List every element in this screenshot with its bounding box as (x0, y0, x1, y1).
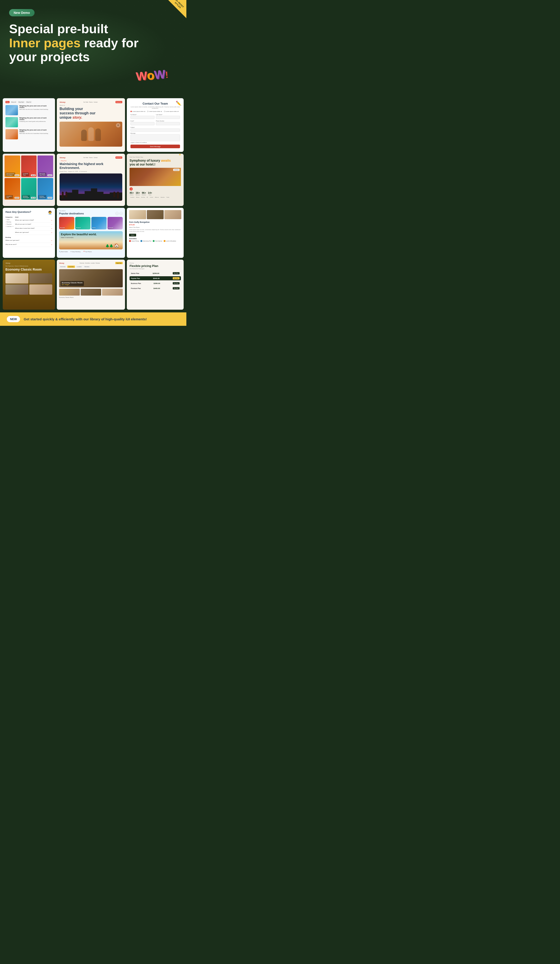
room-detail-price: $74.00 (129, 224, 181, 226)
dest-poland[interactable]: Poland (75, 217, 90, 230)
luxury-hotel-image: ★★★★★ (130, 168, 181, 186)
blog-thumb-1 (5, 105, 18, 115)
contact-sticker: ✏️ (176, 101, 181, 106)
dest-title: Popular destinations (59, 212, 84, 215)
card-faq[interactable]: Have Any Questions? 🧑‍💼 Categories Hotel… (3, 208, 55, 258)
pricing-subtitle: Pricing (130, 262, 181, 264)
grid-row-1: Blog Blog Left Blog Right Blog Full Weig… (3, 98, 184, 152)
economy-subtitle: Our Spacious, Clean & Refreshments (5, 265, 52, 267)
dest-nevada[interactable]: Nevada (59, 217, 74, 230)
luxury-stats: 45+Rooms 16+Services 96+Reviews 14+Years (130, 191, 181, 195)
card-destinations[interactable]: Top places Popular destinations ‹ › Neva… (57, 208, 125, 258)
select-room-btn[interactable]: Select (129, 234, 136, 236)
card-economy-room[interactable]: Vinney Our Spacious, Clean & Refreshment… (3, 260, 55, 309)
blog-post-title: Maintaining the highest work Environment… (60, 162, 122, 170)
pkg-holiday[interactable]: HolidayPackages Get off (21, 178, 37, 200)
starter-btn[interactable]: Buy Now (173, 272, 179, 274)
about-people-image: H (60, 122, 122, 147)
contact-submit-btn[interactable]: Send Message (130, 145, 180, 148)
grid-row-2: HoneymoonPackages Get off CocktailTour G… (3, 154, 184, 206)
blog-date: August 14, 2023 (68, 171, 78, 172)
pkg-cocktail[interactable]: CocktailTour Get off (21, 156, 37, 177)
plan-business: Business Plan $399.00 Buy Now (130, 281, 181, 285)
pricing-sub2: Our Awesome Packages (130, 268, 181, 269)
dest-prev-btn[interactable]: ‹ (116, 212, 119, 215)
plan-starter: Starter Plan $299.00 Buy Now (130, 271, 181, 275)
about-brand: Vinney (60, 101, 65, 103)
blog-post-2: Weighing the pros and cons of each choic… (5, 117, 52, 127)
pricing-plans: Starter Plan $299.00 Buy Now Popular Pla… (130, 271, 181, 290)
card-blog-post[interactable]: Vinney Our HotelRoomsContact Book Now — … (57, 154, 125, 206)
footer-banner: NEW Get started quickly & efficiently wi… (0, 313, 186, 326)
blog-comments: 0 Comments (79, 171, 87, 172)
pkg-honeymoon[interactable]: HoneymoonPackages Get off (5, 156, 20, 177)
hero-section: 20+ READY STYLES New Demo Special pre-bu… (0, 0, 186, 96)
room-page-book-btn[interactable]: Book Now (115, 262, 123, 264)
packages-grid: HoneymoonPackages Get off CocktailTour G… (5, 156, 53, 200)
dest-paris[interactable]: Paris (91, 217, 107, 230)
popular-btn[interactable]: Buy Now (173, 277, 179, 279)
pkg-couple[interactable]: Couple'sTrip Get off (5, 178, 20, 200)
pricing-title: Flexible pricing Plan (130, 264, 181, 268)
blog-post-image (60, 173, 122, 201)
economy-room-images (5, 273, 52, 295)
blog-post-1: Weighing the pros and cons of each choic… (5, 105, 52, 115)
blog-list-header: Blog Blog Left Blog Right Blog Full (5, 101, 52, 103)
hero-title-line3: your projects (9, 50, 90, 64)
footer-text: Get started quickly & efficiently with o… (24, 317, 147, 321)
room-amenities: Amenities Airport Pickup Swimming Pool F… (129, 238, 181, 242)
blog-thumb-2 (5, 117, 18, 127)
blog-post-3: Weighing the pros and cons of each choic… (5, 129, 52, 139)
blog-thumb-3 (5, 129, 18, 139)
economy-logo: Vinney (5, 262, 52, 264)
card-about[interactable]: Vinney Our HotelRoomsContact Book Now Ab… (57, 98, 125, 152)
luxury-tags: Furnished Balcony Sea View AC Comfort Ba… (130, 197, 181, 198)
grid-row-4: Vinney Our Spacious, Clean & Refreshment… (3, 260, 184, 309)
room-detail-name: Fern Gully Bungalow (129, 221, 181, 223)
business-btn[interactable]: Buy Now (173, 282, 179, 285)
room-photo-grid (129, 210, 181, 219)
contact-subtitle: Lorem ipsum dolor sit amet, consectetur … (130, 106, 180, 109)
about-italic: story. (73, 116, 82, 119)
explore-section: Explore the beautiful world. Make it mem… (59, 231, 123, 249)
screenshots-grid: Blog Blog Left Blog Right Blog Full Weig… (0, 96, 186, 313)
hero-title: Special pre-built Inner pages ready for … (9, 22, 164, 64)
wow-badge: WoW! (135, 67, 169, 83)
card-room-detail[interactable]: Fern Gully Bungalow $74.00 About This Ro… (127, 208, 184, 258)
plan-popular: Popular Plan $349.00 Buy Now (130, 276, 181, 280)
luxury-subtitle: Find Your Perfect Stay (130, 156, 181, 158)
luxury-title: Symphony of luxury awaitsyou at our hote… (130, 159, 181, 166)
card-luxury-hotel[interactable]: Find Your Perfect Stay Symphony of luxur… (127, 154, 184, 206)
card-contact[interactable]: ✏️ Contact Our Team Lorem ipsum dolor si… (127, 98, 184, 152)
card-room-page[interactable]: Vinney Overview Amenities Location Revie… (57, 260, 125, 309)
room-thumbs (59, 289, 123, 296)
hero-title-line1: Special pre-built (9, 21, 108, 36)
hero-title-line2-rest: ready for (80, 36, 138, 50)
destinations-cards: Nevada Poland Paris Iceland (59, 217, 123, 230)
explore-title: Explore the beautiful world. (61, 233, 121, 236)
pkg-massage[interactable]: MassageSpa Pack Get off (37, 156, 53, 177)
blog-author: Daniel Perry (60, 171, 67, 172)
footer-new-badge: NEW (7, 316, 20, 322)
dest-iceland[interactable]: Iceland (107, 217, 123, 230)
card-pricing[interactable]: Pricing Flexible pricing Plan Our Awesom… (127, 260, 184, 309)
hero-title-highlight: Inner pages (9, 36, 80, 50)
contact-title: Contact Our Team (130, 102, 180, 105)
economy-title: Economy Classic Room (5, 268, 52, 272)
premium-btn[interactable]: Buy Now (173, 287, 179, 290)
hero-badge: New Demo (9, 9, 34, 16)
card-packages[interactable]: HoneymoonPackages Get off CocktailTour G… (3, 154, 55, 206)
card-blog-list[interactable]: Blog Blog Left Blog Right Blog Full Weig… (3, 98, 55, 152)
amenities-tab[interactable]: Amenities (67, 265, 75, 268)
room-page-hero-image: Economy Classic Room $27 /Night (59, 269, 123, 287)
house-icon: 🏠 (114, 243, 119, 248)
pkg-perfect[interactable]: PerfectSelection Get off (37, 178, 53, 200)
room-page-room-title: Economy Classic Room (62, 282, 83, 284)
grid-row-3: Have Any Questions? 🧑‍💼 Categories Hotel… (3, 208, 184, 258)
room-page-room-price: $27 /Night (62, 284, 83, 285)
dest-next-btn[interactable]: › (120, 212, 123, 215)
luxury-star-icon: ✦ (178, 154, 181, 157)
room-page-brand: Vinney (59, 262, 64, 264)
tree-icon: 🌲🌲 (106, 244, 113, 248)
plan-premium: Premium Plan $449.00 Buy Now (130, 286, 181, 290)
